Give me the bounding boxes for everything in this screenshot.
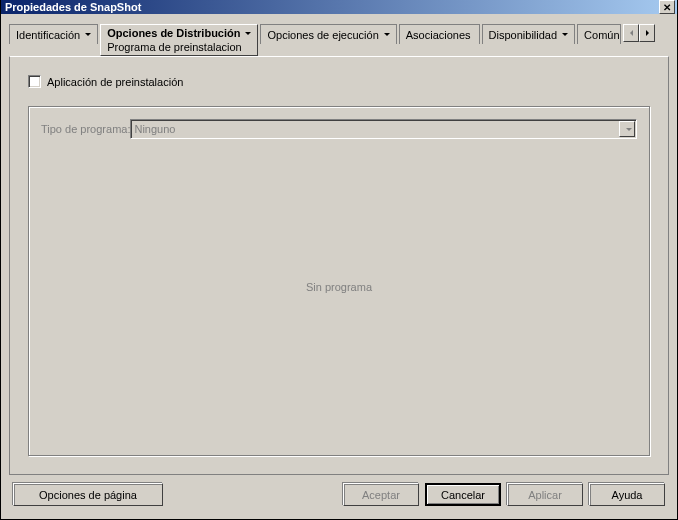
no-program-text: Sin programa xyxy=(29,281,649,293)
tab-scroll-left-button[interactable] xyxy=(623,24,639,42)
tab-label: Común xyxy=(584,29,619,41)
accept-button: Aceptar xyxy=(343,483,419,506)
program-type-label: Tipo de programa: xyxy=(41,123,130,135)
preinstall-app-row: Aplicación de preinstalación xyxy=(28,75,650,88)
tab-panel: Aplicación de preinstalación Tipo de pro… xyxy=(9,56,669,475)
button-label: Cancelar xyxy=(441,489,485,501)
tab-label: Identificación xyxy=(16,29,80,41)
tab-asociaciones[interactable]: Asociaciones xyxy=(399,24,480,44)
page-options-button[interactable]: Opciones de página xyxy=(13,483,163,506)
program-type-dropdown: Ninguno xyxy=(130,119,637,139)
active-subtab-label: Programa de preinstalacion xyxy=(107,41,242,53)
button-label: Aceptar xyxy=(362,489,400,501)
content-area: Identificación Opciones de Distribución … xyxy=(1,14,677,520)
properties-dialog: Propiedades de SnapShot ✕ Identificación… xyxy=(0,0,678,520)
help-button[interactable]: Ayuda xyxy=(589,483,665,506)
chevron-right-icon xyxy=(646,30,649,36)
tab-scroll-right-button[interactable] xyxy=(639,24,655,42)
chevron-down-icon xyxy=(626,128,632,131)
chevron-down-icon xyxy=(562,33,568,36)
button-label: Ayuda xyxy=(612,489,643,501)
window-title: Propiedades de SnapShot xyxy=(5,1,659,13)
program-type-row: Tipo de programa: Ninguno xyxy=(41,119,637,139)
dropdown-button xyxy=(619,121,635,137)
tab-opciones-ejecucion[interactable]: Opciones de ejecución xyxy=(260,24,396,44)
dialog-button-row: Opciones de página Aceptar Cancelar Apli… xyxy=(7,479,671,514)
tab-label: Opciones de Distribución xyxy=(107,27,240,39)
program-type-value: Ninguno xyxy=(134,123,175,135)
chevron-down-icon xyxy=(85,33,91,36)
cancel-button[interactable]: Cancelar xyxy=(425,483,501,506)
chevron-down-icon xyxy=(245,32,251,35)
close-button[interactable]: ✕ xyxy=(659,0,675,14)
apply-button: Aplicar xyxy=(507,483,583,506)
tab-identificacion[interactable]: Identificación xyxy=(9,24,98,44)
preinstall-app-label: Aplicación de preinstalación xyxy=(47,76,183,88)
tab-label: Asociaciones xyxy=(406,29,471,41)
button-label: Opciones de página xyxy=(39,489,137,501)
tab-opciones-distribucion[interactable]: Opciones de Distribución Programa de pre… xyxy=(100,24,258,56)
preinstall-app-checkbox[interactable] xyxy=(28,75,41,88)
tab-label: Opciones de ejecución xyxy=(267,29,378,41)
close-icon: ✕ xyxy=(663,2,671,13)
tab-label: Disponibilidad xyxy=(489,29,558,41)
program-groupbox: Tipo de programa: Ninguno Sin programa xyxy=(28,106,650,456)
tab-disponibilidad[interactable]: Disponibilidad xyxy=(482,24,576,44)
tab-bar: Identificación Opciones de Distribución … xyxy=(7,20,671,56)
button-label: Aplicar xyxy=(528,489,562,501)
chevron-left-icon xyxy=(630,30,633,36)
chevron-down-icon xyxy=(384,33,390,36)
titlebar: Propiedades de SnapShot ✕ xyxy=(1,0,677,14)
tab-comun[interactable]: Común xyxy=(577,24,621,44)
